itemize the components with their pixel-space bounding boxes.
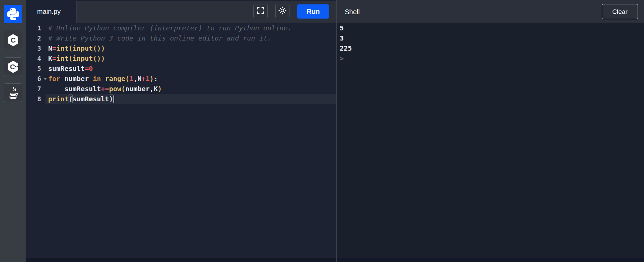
shell-prompt: >: [340, 53, 644, 63]
shell-output[interactable]: 53225>: [340, 23, 644, 258]
line-number: 3: [26, 43, 41, 53]
code-line[interactable]: 2# Write Python 3 code in this online ed…: [26, 33, 336, 43]
cpp-icon: C: [7, 60, 19, 73]
sun-icon: [278, 6, 287, 16]
python-icon: [7, 8, 19, 20]
code-text: # Write Python 3 code in this online edi…: [48, 33, 271, 43]
code-text: for number in range(1,N+1):: [48, 74, 158, 84]
svg-text:C: C: [10, 36, 16, 44]
shell-output-line: 225: [340, 43, 644, 53]
code-text: N=int(input()): [48, 43, 105, 53]
clear-button[interactable]: Clear: [602, 4, 638, 19]
code-text: sumResult=0: [48, 63, 93, 74]
shell-output-line: 3: [340, 33, 644, 43]
shell-header: Shell Clear: [337, 0, 644, 23]
fullscreen-icon: [256, 6, 265, 16]
shell-output-line: 5: [340, 23, 644, 33]
code-text: sumResult+=pow(number,K): [48, 84, 162, 94]
code-text: # Online Python compiler (interpreter) t…: [48, 23, 292, 33]
sidebar-item-cpp[interactable]: C: [4, 57, 22, 76]
code-text: K=int(input()): [48, 53, 105, 63]
code-area[interactable]: 1# Online Python compiler (interpreter) …: [26, 23, 336, 258]
fold-arrow-icon[interactable]: [43, 78, 47, 80]
code-line[interactable]: 3N=int(input()): [26, 43, 336, 53]
editor-shell-divider[interactable]: [336, 0, 337, 262]
text-cursor: [114, 96, 114, 103]
language-sidebar: C C: [0, 0, 26, 262]
java-icon: [7, 86, 19, 99]
line-number: 1: [26, 23, 41, 33]
editor-pane: main.py Run 1# Online Pyt: [26, 0, 336, 262]
run-button[interactable]: Run: [297, 4, 329, 19]
online-compiler-app: C C: [0, 0, 644, 262]
theme-toggle-button[interactable]: [275, 4, 289, 18]
code-text: print(sumResult): [48, 94, 114, 104]
line-number: 6: [26, 74, 41, 84]
code-line[interactable]: 1# Online Python compiler (interpreter) …: [26, 23, 336, 33]
line-number: 5: [26, 63, 41, 74]
editor-tabbar: main.py Run: [26, 0, 336, 23]
line-number: 4: [26, 53, 41, 63]
line-number: 8: [26, 94, 41, 104]
code-line[interactable]: 5sumResult=0: [26, 63, 336, 74]
code-line[interactable]: 8print(sumResult): [26, 94, 336, 104]
shell-pane: Shell Clear 53225>: [337, 0, 644, 262]
fullscreen-button[interactable]: [253, 4, 268, 18]
line-number: 2: [26, 33, 41, 43]
code-line[interactable]: 6for number in range(1,N+1):: [26, 74, 336, 84]
sidebar-item-c[interactable]: C: [4, 31, 22, 49]
sidebar-item-python[interactable]: [4, 5, 22, 23]
tab-main-py[interactable]: main.py: [26, 0, 76, 23]
line-number: 7: [26, 84, 41, 94]
bottom-scroll-strip: [26, 258, 644, 262]
svg-text:C: C: [10, 63, 15, 71]
shell-title: Shell: [345, 0, 360, 23]
c-icon: C: [7, 34, 19, 47]
code-line[interactable]: 7 sumResult+=pow(number,K): [26, 84, 336, 94]
sidebar-item-java[interactable]: [4, 83, 22, 102]
code-line[interactable]: 4K=int(input()): [26, 53, 336, 63]
